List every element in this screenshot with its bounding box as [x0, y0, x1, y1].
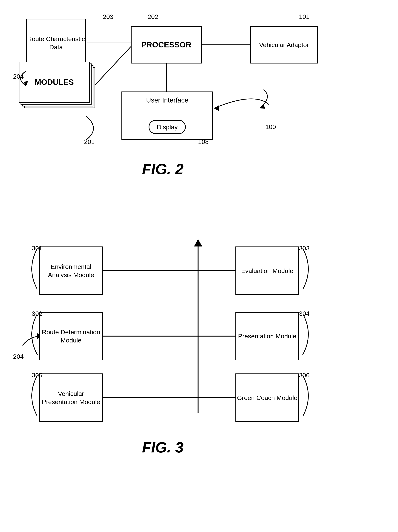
processor-label: PROCESSOR [141, 40, 191, 50]
fig3-305-bracket [19, 372, 41, 420]
route-characteristic-box: Route Characteristic Data [26, 19, 86, 67]
label-108: 108 [198, 138, 209, 146]
environmental-analysis-label: Environmental Analysis Module [40, 263, 102, 279]
fig2-100-curve [207, 78, 282, 116]
user-interface-box: User Interface Display [122, 91, 213, 140]
presentation-label: Presentation Module [238, 332, 296, 340]
fig2-title: FIG. 2 [142, 161, 184, 178]
modules-label: MODULES [35, 78, 74, 87]
vehicular-presentation-label: Vehicular Presentation Module [40, 390, 102, 406]
svg-marker-4 [214, 106, 219, 111]
fig3-label-306: 306 [299, 372, 310, 379]
user-interface-content: User Interface Display [122, 92, 212, 139]
display-box: Display [148, 120, 186, 134]
route-characteristic-label: Route Characteristic Data [27, 35, 85, 51]
page-container: Route Characteristic Data PROCESSOR Vehi… [0, 0, 398, 532]
fig3-301-bracket [19, 245, 41, 293]
user-interface-label: User Interface [146, 96, 188, 105]
svg-line-1 [91, 47, 131, 89]
fig3-label-301: 301 [32, 245, 42, 252]
green-coach-label: Green Coach Module [237, 394, 297, 402]
label-203: 203 [103, 13, 113, 20]
vehicular-adaptor-box: Vehicular Adaptor [250, 26, 318, 63]
vehicular-presentation-box: Vehicular Presentation Module [39, 374, 103, 422]
route-determination-box: Route Determination Module [39, 312, 103, 360]
label-100: 100 [265, 123, 276, 131]
fig3-306-bracket [299, 372, 321, 420]
fig3-section: Environmental Analysis Module Route Dete… [11, 230, 387, 525]
label-201: 201 [84, 138, 95, 146]
evaluation-box: Evaluation Module [235, 247, 299, 295]
stack-page-front: MODULES [19, 62, 90, 103]
svg-marker-8 [194, 239, 202, 247]
environmental-analysis-box: Environmental Analysis Module [39, 247, 103, 295]
fig3-303-bracket [299, 245, 321, 293]
label-204: 204 [13, 73, 24, 80]
fig3-304-bracket [299, 310, 321, 359]
label-101: 101 [299, 13, 310, 20]
fig3-label-302: 302 [32, 310, 42, 317]
display-label: Display [157, 123, 178, 131]
route-determination-label: Route Determination Module [40, 328, 102, 344]
label-202: 202 [148, 13, 158, 20]
fig2-section: Route Characteristic Data PROCESSOR Vehi… [11, 7, 387, 213]
evaluation-label: Evaluation Module [241, 267, 293, 275]
fig3-label-304: 304 [299, 310, 310, 317]
vehicular-adaptor-label: Vehicular Adaptor [259, 41, 309, 49]
green-coach-box: Green Coach Module [235, 374, 299, 422]
fig3-label-303: 303 [299, 245, 310, 252]
svg-marker-6 [260, 104, 265, 109]
processor-box: PROCESSOR [131, 26, 202, 63]
fig3-title: FIG. 3 [142, 439, 184, 456]
presentation-box: Presentation Module [235, 312, 299, 360]
fig3-302-bracket [19, 310, 41, 359]
fig3-label-305: 305 [32, 372, 42, 379]
fig3-label-204: 204 [13, 353, 24, 360]
